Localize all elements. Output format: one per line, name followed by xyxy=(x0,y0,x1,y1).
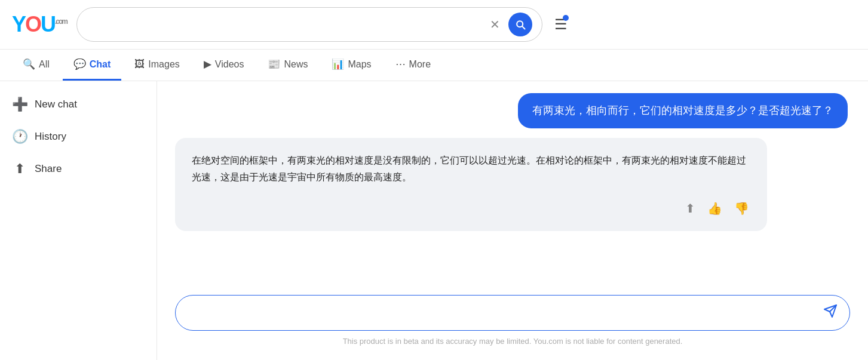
send-button[interactable] xyxy=(823,304,838,322)
tab-more[interactable]: ⋯ More xyxy=(385,50,441,81)
tab-maps[interactable]: 📊 Maps xyxy=(321,50,382,81)
tab-chat[interactable]: 💬 Chat xyxy=(63,50,122,81)
share-label: Share xyxy=(35,163,62,175)
messages-list: 有两束光，相向而行，它们的相对速度是多少？是否超光速了？ 在绝对空间的框架中，有… xyxy=(175,93,850,288)
nav-tabs: 🔍 All 💬 Chat 🖼 Images ▶ Videos 📰 News 📊 … xyxy=(0,50,868,81)
tab-images-label: Images xyxy=(148,59,179,70)
user-message-text: 有两束光，相向而行，它们的相对速度是多少？是否超光速了？ xyxy=(532,104,833,116)
chat-input[interactable] xyxy=(188,307,817,318)
disclaimer: This product is in beta and its accuracy… xyxy=(175,331,850,348)
search-input[interactable]: 有两束光，相向而行，它们的相对速度是多少？是否超光速了？ xyxy=(87,19,481,30)
news-icon: 📰 xyxy=(268,58,280,70)
logo: YOU.com xyxy=(12,12,67,37)
logo-y: Y xyxy=(12,12,25,36)
ai-message: 在绝对空间的框架中，有两束光的相对速度是没有限制的，它们可以以超过光速。在相对论… xyxy=(175,138,767,231)
thumbs-down-button[interactable]: 👎 xyxy=(733,200,750,217)
ai-message-actions: ⬆ 👍 👎 xyxy=(192,195,750,217)
tab-all[interactable]: 🔍 All xyxy=(12,50,60,81)
chat-area: 有两束光，相向而行，它们的相对速度是多少？是否超光速了？ 在绝对空间的框架中，有… xyxy=(157,81,868,360)
main-content: ➕ New chat 🕐 History ⬆ Share 有两束光，相向而行，它… xyxy=(0,81,868,360)
new-chat-icon: ➕ xyxy=(12,97,27,112)
videos-icon: ▶ xyxy=(204,58,211,70)
logo-u: U xyxy=(41,12,55,36)
search-bar: 有两束光，相向而行，它们的相对速度是多少？是否超光速了？ ✕ xyxy=(76,7,542,42)
settings-button[interactable]: ☰ xyxy=(552,14,570,35)
tab-news[interactable]: 📰 News xyxy=(257,50,318,81)
logo-dot: .com xyxy=(55,17,67,26)
tab-maps-label: Maps xyxy=(348,59,371,70)
thumbs-up-button[interactable]: 👍 xyxy=(706,200,723,217)
sidebar-item-history[interactable]: 🕐 History xyxy=(0,121,157,153)
logo-o: O xyxy=(25,12,41,36)
new-chat-label: New chat xyxy=(35,99,77,110)
images-icon: 🖼 xyxy=(134,59,145,70)
send-icon xyxy=(823,304,838,318)
tab-images[interactable]: 🖼 Images xyxy=(124,50,190,81)
all-icon: 🔍 xyxy=(23,58,35,70)
history-icon: 🕐 xyxy=(12,129,27,144)
tab-videos-label: Videos xyxy=(215,59,244,70)
ai-message-text: 在绝对空间的框架中，有两束光的相对速度是没有限制的，它们可以以超过光速。在相对论… xyxy=(192,155,746,182)
user-message: 有两束光，相向而行，它们的相对速度是多少？是否超光速了？ xyxy=(518,93,848,128)
sidebar-item-share[interactable]: ⬆ Share xyxy=(0,153,157,185)
share-message-button[interactable]: ⬆ xyxy=(684,200,697,217)
search-button[interactable] xyxy=(508,13,532,36)
history-label: History xyxy=(35,131,66,143)
search-clear-button[interactable]: ✕ xyxy=(487,17,502,32)
input-area: This product is in beta and its accuracy… xyxy=(175,288,850,348)
more-icon: ⋯ xyxy=(395,58,406,70)
tab-chat-label: Chat xyxy=(90,59,111,70)
maps-icon: 📊 xyxy=(332,58,344,70)
settings-dot xyxy=(563,15,569,21)
input-box xyxy=(175,295,850,331)
tab-more-label: More xyxy=(409,59,431,70)
search-icon xyxy=(514,19,526,30)
share-icon: ⬆ xyxy=(12,161,27,177)
chat-icon: 💬 xyxy=(73,58,86,70)
tab-all-label: All xyxy=(39,59,50,70)
header: YOU.com 有两束光，相向而行，它们的相对速度是多少？是否超光速了？ ✕ ☰ xyxy=(0,0,868,50)
sidebar: ➕ New chat 🕐 History ⬆ Share xyxy=(0,81,157,360)
tab-news-label: News xyxy=(284,59,308,70)
tab-videos[interactable]: ▶ Videos xyxy=(193,50,255,81)
sidebar-item-new-chat[interactable]: ➕ New chat xyxy=(0,88,157,121)
